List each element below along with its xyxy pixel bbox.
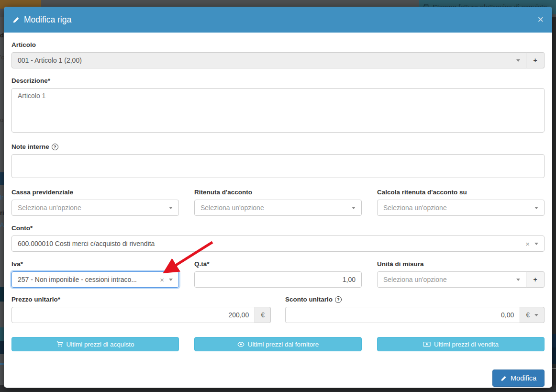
chevron-down-icon — [516, 279, 520, 281]
field-calcola-ritenuta: Calcola ritenuta d'acconto su Seleziona … — [377, 189, 545, 216]
modal-header: Modifica riga × — [4, 7, 552, 33]
help-icon: ? — [52, 144, 58, 150]
help-icon: ? — [335, 296, 342, 303]
articolo-value: 001 - Articolo 1 (2,00) — [18, 56, 512, 64]
field-conto: Conto* 600.000010 Costi merci c/acquisto… — [11, 224, 545, 252]
ultimi-prezzi-acquisto-button[interactable]: Ultimi prezzi di acquisto — [11, 337, 179, 351]
descrizione-textarea[interactable]: Articolo 1 — [11, 88, 545, 133]
qta-input[interactable] — [194, 271, 362, 288]
modal-title-text: Modifica riga — [24, 15, 71, 25]
prezzo-unitario-label: Prezzo unitario* — [11, 296, 271, 303]
iva-select[interactable]: 257 - Non imponibile - cessioni intraco.… — [11, 271, 179, 288]
field-cassa-previdenziale: Cassa previdenziale Seleziona un'opzione — [11, 189, 179, 216]
field-descrizione: Descrizione* Articolo 1 — [11, 77, 545, 134]
cassa-label: Cassa previdenziale — [11, 189, 179, 196]
conto-select[interactable]: 600.000010 Costi merci c/acquisto di riv… — [11, 235, 545, 252]
money-icon — [423, 341, 431, 347]
field-sconto-unitario: Sconto unitario ? € — [285, 296, 545, 323]
unita-misura-placeholder: Seleziona un'opzione — [383, 276, 512, 283]
ritenuta-label: Ritenuta d'acconto — [194, 189, 362, 196]
clear-icon[interactable]: × — [525, 240, 530, 247]
cassa-placeholder: Seleziona un'opzione — [18, 204, 164, 212]
modal-footer: Modifica — [11, 370, 545, 387]
qta-label: Q.tà* — [194, 260, 362, 268]
conto-value: 600.000010 Costi merci c/acquisto di riv… — [18, 240, 522, 247]
ultimi-prezzi-fornitore-button[interactable]: Ultimi prezzi dal fornitore — [194, 337, 362, 351]
chevron-down-icon — [169, 207, 173, 209]
modal-title: Modifica riga — [12, 15, 71, 25]
pencil-icon — [12, 16, 20, 23]
field-ritenuta-acconto: Ritenuta d'acconto Seleziona un'opzione — [194, 189, 362, 216]
articolo-select[interactable]: 001 - Articolo 1 (2,00) — [11, 52, 526, 68]
field-qta: Q.tà* — [194, 260, 362, 288]
chevron-down-icon — [352, 207, 356, 209]
chevron-down-icon — [534, 243, 538, 245]
last-prices-row: Ultimi prezzi di acquisto Ultimi prezzi … — [11, 337, 545, 351]
prezzo-unitario-input[interactable] — [11, 307, 255, 323]
chevron-down-icon — [534, 207, 538, 209]
unita-misura-label: Unità di misura — [377, 260, 545, 268]
cart-icon — [56, 341, 63, 347]
field-note-interne: Note interne ? — [11, 143, 545, 180]
close-icon[interactable]: × — [537, 14, 544, 25]
modifica-riga-modal: Modifica riga × Articolo 001 - Articolo … — [4, 7, 552, 388]
field-unita-misura: Unità di misura Seleziona un'opzione + — [377, 260, 545, 288]
field-iva: Iva* 257 - Non imponibile - cessioni int… — [11, 260, 179, 288]
sconto-unitario-input[interactable] — [285, 307, 520, 323]
prezzo-currency-addon: € — [255, 307, 271, 323]
calcola-ritenuta-label: Calcola ritenuta d'acconto su — [377, 189, 545, 196]
calcola-ritenuta-select[interactable]: Seleziona un'opzione — [377, 200, 545, 216]
sconto-currency-dropdown[interactable]: € — [520, 307, 545, 323]
chevron-down-icon — [534, 314, 538, 316]
chevron-down-icon — [169, 279, 173, 281]
field-prezzo-unitario: Prezzo unitario* € — [11, 296, 271, 323]
unita-misura-add-button[interactable]: + — [526, 271, 545, 288]
backdrop-divider — [552, 368, 556, 369]
note-interne-label: Note interne ? — [11, 143, 545, 151]
iva-label: Iva* — [11, 260, 179, 268]
eye-icon — [237, 341, 245, 347]
cassa-select[interactable]: Seleziona un'opzione — [11, 200, 179, 216]
articolo-label: Articolo — [11, 41, 545, 49]
descrizione-label: Descrizione* — [11, 77, 545, 85]
articolo-add-button[interactable]: + — [526, 52, 545, 68]
iva-value: 257 - Non imponibile - cessioni intraco.… — [18, 276, 156, 283]
note-interne-textarea[interactable] — [11, 154, 545, 178]
clear-icon[interactable]: × — [160, 276, 164, 283]
field-articolo: Articolo 001 - Articolo 1 (2,00) + — [11, 41, 545, 68]
unita-misura-select[interactable]: Seleziona un'opzione — [377, 271, 526, 288]
modifica-submit-button[interactable]: Modifica — [492, 370, 545, 387]
pencil-icon — [500, 375, 507, 381]
conto-label: Conto* — [11, 224, 545, 232]
ritenuta-select[interactable]: Seleziona un'opzione — [194, 200, 362, 216]
modal-body: Articolo 001 - Articolo 1 (2,00) + Descr… — [4, 33, 552, 388]
backdrop-bar — [552, 334, 556, 347]
ritenuta-placeholder: Seleziona un'opzione — [200, 204, 347, 212]
sconto-unitario-label: Sconto unitario ? — [285, 296, 545, 303]
calcola-ritenuta-placeholder: Seleziona un'opzione — [383, 204, 530, 212]
backdrop-bar — [552, 347, 556, 364]
chevron-down-icon — [516, 59, 520, 62]
ultimi-prezzi-vendita-button[interactable]: Ultimi prezzi di vendita — [377, 337, 545, 351]
